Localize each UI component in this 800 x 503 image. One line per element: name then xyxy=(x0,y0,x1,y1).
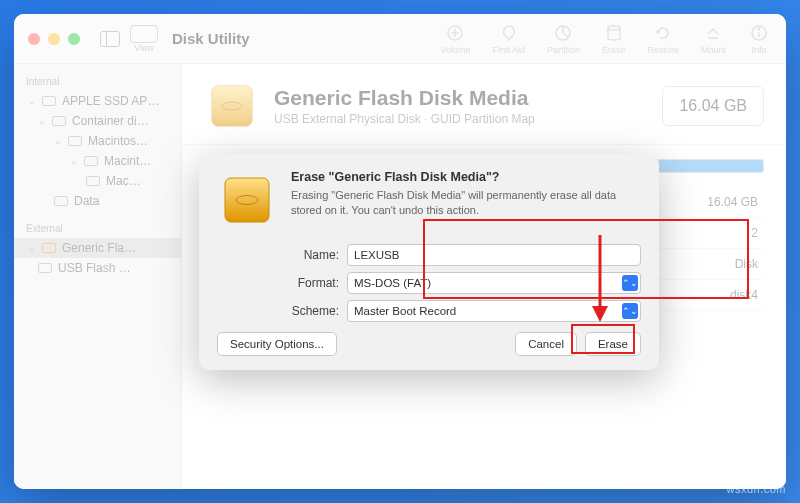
app-window: View Disk Utility Volume First Aid Parti… xyxy=(14,14,786,489)
dialog-description: Erasing "Generic Flash Disk Media" will … xyxy=(291,188,641,218)
erase-form: Name: Format: MS-DOS (FAT)⌃⌄ Scheme: Mas… xyxy=(283,244,641,322)
cancel-button[interactable]: Cancel xyxy=(515,332,577,356)
scheme-select[interactable]: Master Boot Record⌃⌄ xyxy=(347,300,641,322)
svg-rect-14 xyxy=(225,178,269,222)
security-options-button[interactable]: Security Options... xyxy=(217,332,337,356)
name-label: Name: xyxy=(283,248,339,262)
name-input[interactable] xyxy=(347,244,641,266)
erase-button[interactable]: Erase xyxy=(585,332,641,356)
watermark-text: wsxdn.com xyxy=(726,483,786,495)
external-disk-dialog-icon xyxy=(217,170,277,230)
format-label: Format: xyxy=(283,276,339,290)
scheme-label: Scheme: xyxy=(283,304,339,318)
erase-dialog: Erase "Generic Flash Disk Media"? Erasin… xyxy=(199,154,659,370)
format-select[interactable]: MS-DOS (FAT)⌃⌄ xyxy=(347,272,641,294)
dialog-title: Erase "Generic Flash Disk Media"? xyxy=(291,170,641,184)
select-arrows-icon: ⌃⌄ xyxy=(622,275,638,291)
select-arrows-icon: ⌃⌄ xyxy=(622,303,638,319)
